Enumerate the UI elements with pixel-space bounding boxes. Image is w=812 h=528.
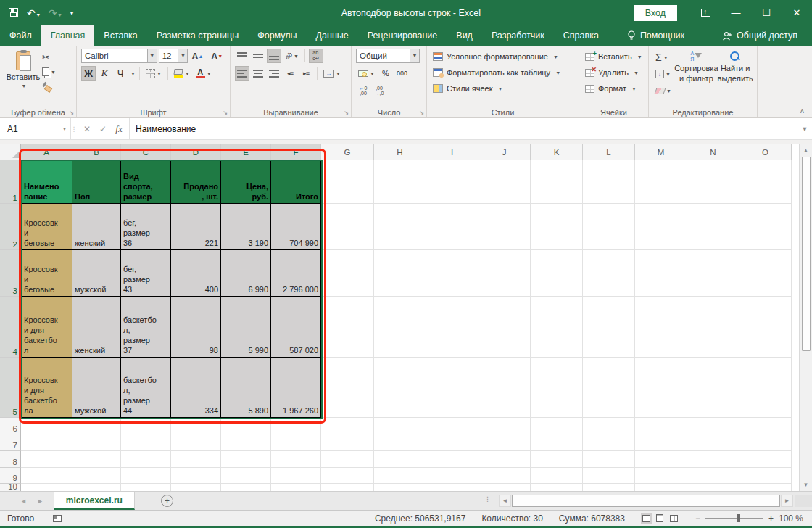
cell-D4[interactable]: 98 xyxy=(171,297,221,358)
cell-C3[interactable]: бег, размер 43 xyxy=(121,250,171,297)
borders-icon[interactable]: ▼ xyxy=(144,66,164,81)
scroll-right-icon[interactable]: ► xyxy=(781,495,793,507)
increase-indent-icon[interactable]: ▸≡ xyxy=(299,66,313,81)
scroll-up-icon[interactable]: ▲ xyxy=(800,144,812,157)
cell-G6[interactable] xyxy=(321,418,374,434)
cell-K6[interactable] xyxy=(531,418,583,434)
view-page-layout-icon[interactable] xyxy=(655,513,666,524)
row-header-3[interactable]: 3 xyxy=(0,250,21,297)
cell-J7[interactable] xyxy=(478,434,531,451)
cell-K2[interactable] xyxy=(531,204,583,250)
cell-A6[interactable] xyxy=(21,418,72,434)
cell-G2[interactable] xyxy=(321,204,374,250)
cell-E7[interactable] xyxy=(221,434,271,451)
cell-I9[interactable] xyxy=(426,468,478,484)
sheet-nav-right-icon[interactable]: ► xyxy=(37,498,44,505)
cell-G5[interactable] xyxy=(321,358,374,418)
cell-O5[interactable] xyxy=(740,358,792,418)
row-header-2[interactable]: 2 xyxy=(0,204,21,250)
clear-icon[interactable]: ▼ xyxy=(653,83,676,98)
decrease-decimal-icon[interactable]: ,00→,0 xyxy=(372,83,386,98)
cell-A4[interactable]: Кроссовк и для баскетбо л xyxy=(21,297,72,358)
row-header-9[interactable]: 9 xyxy=(0,468,21,484)
close-icon[interactable]: ✕ xyxy=(782,0,812,25)
increase-decimal-icon[interactable]: ←0,00 xyxy=(356,83,370,98)
cell-O1[interactable] xyxy=(740,160,792,204)
number-format-combo[interactable]: Общий▼ xyxy=(356,49,420,63)
cell-A7[interactable] xyxy=(21,434,72,451)
cell-N3[interactable] xyxy=(687,250,740,297)
row-header-10[interactable]: 10 xyxy=(0,484,21,491)
collapse-ribbon-icon[interactable]: ∧ xyxy=(800,107,805,115)
cell-A10[interactable] xyxy=(21,484,72,491)
row-header-5[interactable]: 5 xyxy=(0,358,21,418)
cell-H4[interactable] xyxy=(374,297,426,358)
insert-function-icon[interactable]: fx xyxy=(112,123,126,135)
cell-H3[interactable] xyxy=(374,250,426,297)
sheet-tab[interactable]: microexcel.ru xyxy=(54,492,135,510)
cell-E9[interactable] xyxy=(221,468,271,484)
cell-F2[interactable]: 704 990 xyxy=(271,204,321,250)
orientation-icon[interactable]: ab▼ xyxy=(283,49,301,63)
add-sheet-icon[interactable]: + xyxy=(161,495,173,507)
cell-E1[interactable]: Цена, руб. xyxy=(221,160,271,204)
vertical-scrollbar[interactable]: ▲ ▼ xyxy=(799,144,812,491)
cell-M10[interactable] xyxy=(635,484,687,491)
cell-E2[interactable]: 3 190 xyxy=(221,204,271,250)
cell-C5[interactable]: баскетбо л, размер 44 xyxy=(121,358,171,418)
tab-help[interactable]: Справка xyxy=(554,25,608,46)
row-header-6[interactable]: 6 xyxy=(0,418,21,434)
align-right-icon[interactable] xyxy=(267,66,281,81)
column-header-H[interactable]: H xyxy=(374,144,426,160)
decrease-font-icon[interactable]: A▼ xyxy=(209,49,227,63)
cell-C2[interactable]: бег, размер 36 xyxy=(121,204,171,250)
undo-icon[interactable]: ↶▾ xyxy=(27,8,40,18)
percent-style-icon[interactable]: % xyxy=(378,66,393,81)
cell-B3[interactable]: мужской xyxy=(72,250,121,297)
zoom-slider-thumb[interactable] xyxy=(737,514,740,522)
cell-E8[interactable] xyxy=(221,451,271,468)
cell-I10[interactable] xyxy=(426,484,478,491)
merge-center-icon[interactable]: ↔▼ xyxy=(321,66,343,81)
cell-F10[interactable] xyxy=(271,484,321,491)
column-header-F[interactable]: F xyxy=(271,144,321,160)
cell-K1[interactable] xyxy=(531,160,583,204)
column-header-D[interactable]: D xyxy=(171,144,221,160)
alignment-dialog-launcher[interactable]: ↘ xyxy=(344,110,349,116)
cell-O9[interactable] xyxy=(740,468,792,484)
cell-M8[interactable] xyxy=(635,451,687,468)
cell-H1[interactable] xyxy=(374,160,426,204)
cell-F3[interactable]: 2 796 000 xyxy=(271,250,321,297)
font-color-icon[interactable]: А▼ xyxy=(194,66,214,81)
cell-I3[interactable] xyxy=(426,250,478,297)
signin-button[interactable]: Вход xyxy=(634,5,677,21)
cell-E4[interactable]: 5 990 xyxy=(221,297,271,358)
cell-H5[interactable] xyxy=(374,358,426,418)
paste-button[interactable]: Вставить ▼ xyxy=(4,49,42,102)
fill-icon[interactable]: ↓▼ xyxy=(653,67,676,81)
font-name-combo[interactable]: Calibri▼ xyxy=(81,49,157,63)
scroll-down-icon[interactable]: ▼ xyxy=(800,479,812,491)
cell-I5[interactable] xyxy=(426,358,478,418)
ribbon-display-options-icon[interactable] xyxy=(690,0,721,25)
cell-G10[interactable] xyxy=(321,484,374,491)
cell-M1[interactable] xyxy=(635,160,687,204)
cell-G4[interactable] xyxy=(321,297,374,358)
cell-N9[interactable] xyxy=(687,468,740,484)
cell-M4[interactable] xyxy=(635,297,687,358)
cell-H6[interactable] xyxy=(374,418,426,434)
maximize-icon[interactable]: ☐ xyxy=(751,0,782,25)
comma-style-icon[interactable]: 000 xyxy=(394,66,410,81)
cell-F7[interactable] xyxy=(271,434,321,451)
cell-L3[interactable] xyxy=(583,250,635,297)
cell-B2[interactable]: женский xyxy=(72,204,121,250)
cell-O10[interactable] xyxy=(740,484,792,491)
sort-filter-button[interactable]: Сортировка и фильтр xyxy=(676,49,716,106)
tab-scroll-splitter[interactable]: ⋮ xyxy=(484,495,492,503)
cell-N7[interactable] xyxy=(687,434,740,451)
view-page-break-icon[interactable] xyxy=(668,513,679,524)
cell-D7[interactable] xyxy=(171,434,221,451)
cell-N10[interactable] xyxy=(687,484,740,491)
select-all-corner[interactable] xyxy=(0,144,21,160)
row-header-7[interactable]: 7 xyxy=(0,434,21,451)
